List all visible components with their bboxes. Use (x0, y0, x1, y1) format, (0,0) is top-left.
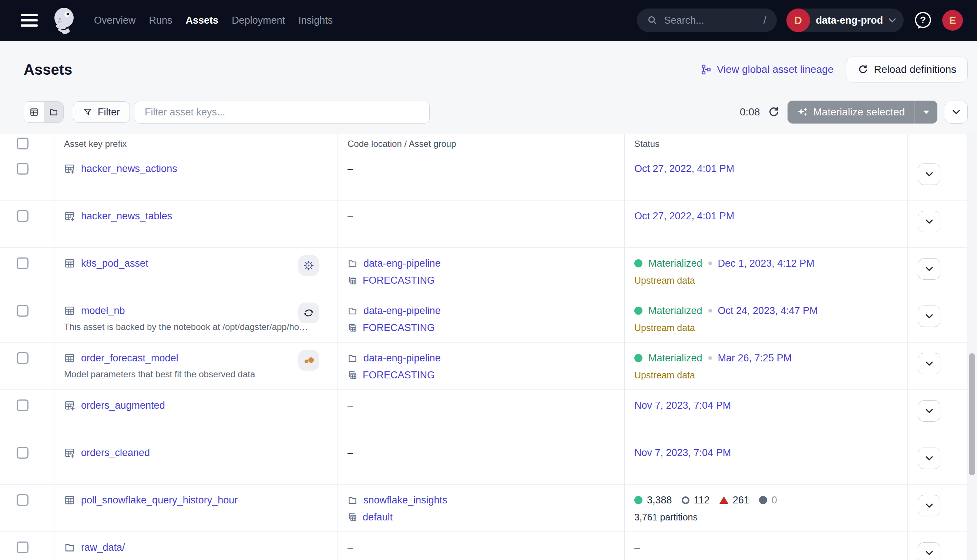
view-global-asset-lineage-link[interactable]: View global asset lineage (701, 63, 833, 75)
row-select-cell (0, 200, 54, 247)
refresh-icon[interactable] (768, 106, 780, 118)
reload-definitions-button[interactable]: Reload definitions (846, 57, 968, 82)
expand-row-button[interactable] (918, 163, 940, 185)
asset-group-line: FORECASTING (347, 273, 435, 288)
materialize-selected-button[interactable]: Materialize selected (788, 101, 937, 123)
top-nav-bar: OverviewRunsAssetsDeploymentInsights Sea… (0, 0, 977, 41)
table-row: order_forecast_modelModel parameters tha… (0, 343, 967, 390)
nav-item-deployment[interactable]: Deployment (232, 15, 285, 26)
row-checkbox[interactable] (17, 447, 28, 458)
select-all-checkbox[interactable] (17, 138, 28, 150)
code-location-link[interactable]: data-eng-pipeline (363, 305, 441, 317)
materialization-date-link[interactable]: Oct 24, 2023, 4:47 PM (718, 305, 818, 317)
materialization-date-link[interactable]: Oct 27, 2022, 4:01 PM (634, 210, 734, 222)
row-checkbox[interactable] (17, 210, 28, 222)
materialization-date-link[interactable]: Mar 26, 7:25 PM (718, 352, 792, 364)
filter-button[interactable]: Filter (73, 102, 130, 123)
status-cell: Oct 27, 2022, 4:01 PM (625, 153, 908, 200)
asset-group-link[interactable]: FORECASTING (363, 322, 435, 333)
table-icon (64, 352, 75, 363)
asset-key-cell: hacker_news_actions (54, 153, 338, 200)
row-checkbox[interactable] (17, 494, 28, 506)
flat-view-button[interactable] (24, 102, 43, 122)
partition-count-value: 3,388 (647, 495, 672, 506)
folder-icon (347, 353, 357, 363)
asset-link[interactable]: order_forecast_model (81, 352, 179, 364)
asset-description: This asset is backed by the notebook at … (64, 322, 308, 332)
scrollbar-thumb[interactable] (969, 353, 975, 475)
asset-link[interactable]: k8s_pod_asset (81, 258, 149, 269)
menu-icon[interactable] (21, 14, 38, 27)
code-location-link[interactable]: data-eng-pipeline (363, 352, 441, 364)
row-checkbox[interactable] (17, 542, 28, 553)
asset-link[interactable]: orders_augmented (81, 400, 165, 411)
asset-group-line: FORECASTING (347, 368, 435, 382)
asset-group-link[interactable]: FORECASTING (363, 370, 435, 381)
expand-row-button[interactable] (918, 211, 940, 232)
table-header-row: Asset key prefix Code location / Asset g… (0, 134, 967, 153)
lineage-icon (701, 64, 711, 75)
materialization-date-link[interactable]: Dec 1, 2023, 4:12 PM (718, 258, 815, 269)
asset-link[interactable]: hacker_news_actions (81, 163, 177, 175)
row-checkbox[interactable] (17, 163, 28, 175)
row-select-cell (0, 390, 54, 437)
status-cell: MaterializedDec 1, 2023, 4:12 PMUpstream… (625, 248, 908, 295)
asset-link[interactable]: orders_cleaned (81, 447, 150, 458)
code-location-link[interactable]: snowflake_insights (363, 495, 448, 506)
asset-group-line: FORECASTING (347, 320, 435, 335)
materialization-date-link[interactable]: Nov 7, 2023, 7:04 PM (634, 400, 731, 411)
asset-link[interactable]: poll_snowflake_query_history_hour (81, 495, 237, 506)
expand-row-button[interactable] (918, 542, 940, 560)
row-checkbox[interactable] (17, 352, 28, 364)
nav-item-overview[interactable]: Overview (94, 15, 136, 26)
dagster-logo[interactable] (52, 7, 76, 34)
global-search[interactable]: Search... / (637, 8, 777, 32)
nav-item-insights[interactable]: Insights (298, 15, 333, 26)
code-location-link[interactable]: data-eng-pipeline (363, 258, 441, 269)
nav-item-runs[interactable]: Runs (149, 15, 172, 26)
empty-value: – (347, 445, 353, 461)
materialization-date-link[interactable]: Nov 7, 2023, 7:04 PM (634, 447, 731, 458)
materialize-options-caret[interactable] (914, 101, 937, 123)
deployment-switcher[interactable]: D data-eng-prod (787, 8, 904, 32)
table-row: hacker_news_tables–Oct 27, 2022, 4:01 PM (0, 200, 967, 248)
help-icon[interactable]: ? (914, 11, 933, 30)
deployment-badge: D (787, 8, 810, 32)
in_progress-marker-icon (759, 496, 767, 504)
user-avatar[interactable]: E (942, 10, 963, 31)
row-actions-cell (908, 248, 967, 295)
expand-row-button[interactable] (918, 448, 940, 469)
code-location-line: snowflake_insights (347, 492, 448, 508)
collapse-all-button[interactable] (945, 101, 968, 123)
chevron-down-icon (952, 110, 960, 115)
expand-row-button[interactable] (918, 495, 940, 517)
materialized-dot-icon (634, 354, 643, 362)
search-placeholder: Search... (664, 15, 763, 26)
row-actions-cell (908, 390, 967, 437)
asset-group-link[interactable]: default (363, 512, 392, 523)
failed-marker-icon (720, 497, 728, 504)
asset-link[interactable]: hacker_news_tables (81, 210, 172, 222)
table-row: k8s_pod_assetdata-eng-pipelineFORECASTIN… (0, 248, 967, 295)
expand-row-button[interactable] (918, 258, 940, 280)
scrollbar-track[interactable] (967, 134, 977, 560)
assets-table: Asset key prefix Code location / Asset g… (0, 134, 967, 560)
status-cell: Nov 7, 2023, 7:04 PM (625, 390, 908, 437)
asset-link[interactable]: raw_data/ (81, 542, 125, 553)
filter-asset-keys-input[interactable] (135, 101, 430, 123)
nav-item-assets[interactable]: Assets (186, 15, 219, 26)
asset-key-line: raw_data/ (64, 539, 125, 555)
directory-view-button[interactable] (43, 102, 63, 122)
code-location-cell: – (338, 437, 625, 484)
row-checkbox[interactable] (17, 400, 28, 411)
table-row: orders_augmented–Nov 7, 2023, 7:04 PM (0, 390, 967, 437)
expand-row-button[interactable] (918, 400, 940, 422)
row-checkbox[interactable] (17, 305, 28, 317)
row-checkbox[interactable] (17, 257, 28, 269)
column-header-asset-key-prefix: Asset key prefix (64, 134, 127, 153)
materialization-date-link[interactable]: Oct 27, 2022, 4:01 PM (634, 163, 734, 175)
asset-group-link[interactable]: FORECASTING (363, 275, 435, 286)
expand-row-button[interactable] (918, 305, 940, 327)
expand-row-button[interactable] (918, 353, 940, 374)
asset-link[interactable]: model_nb (81, 305, 125, 317)
